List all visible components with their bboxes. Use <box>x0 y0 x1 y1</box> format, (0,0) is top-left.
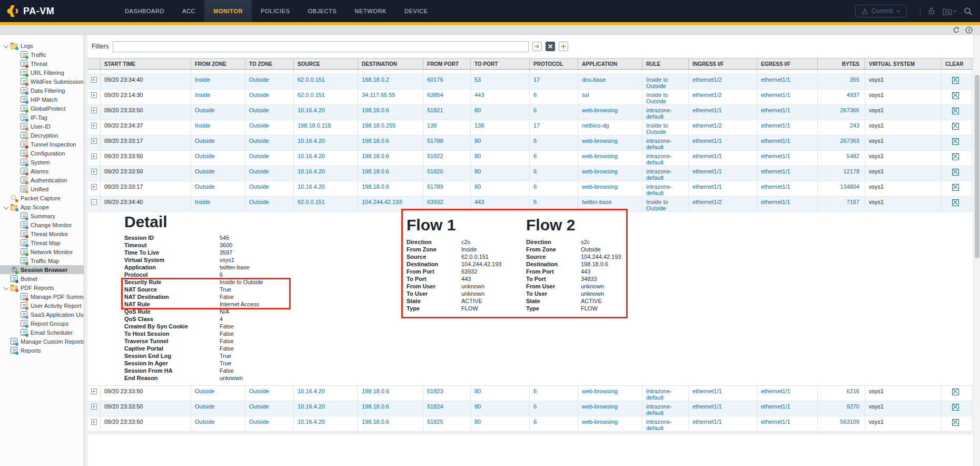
cell-to-port[interactable]: 80 <box>471 151 530 166</box>
cell-application[interactable]: web-browsing <box>578 151 642 166</box>
cell-egress[interactable]: ethernet1/1 <box>757 135 818 150</box>
cell-destination[interactable]: 198.18.0.6 <box>358 135 423 150</box>
cell-bytes[interactable]: 267363 <box>818 135 865 150</box>
sidebar-item-user-id[interactable]: User-ID <box>0 122 84 131</box>
cell-ingress[interactable]: ethernet1/1 <box>689 386 757 401</box>
cell-egress[interactable]: ethernet1/1 <box>757 166 818 181</box>
cell-destination[interactable]: 104.244.42.193 <box>358 197 423 211</box>
config-save-load-button[interactable] <box>943 7 957 15</box>
cell-protocol[interactable]: 17 <box>530 120 578 135</box>
tab-objects[interactable]: OBJECTS <box>299 0 346 22</box>
tab-dashboard[interactable]: DASHBOARD <box>116 0 173 22</box>
sidebar-item-threat-map[interactable]: Threat Map <box>0 238 84 247</box>
cell-source[interactable]: 10.16.4.20 <box>294 151 358 166</box>
cell-to-zone[interactable]: Outside <box>245 416 294 431</box>
sidebar-item-saas-application-usage[interactable]: SaaS Application Usage <box>0 310 84 319</box>
clear-session-icon[interactable] <box>952 184 959 191</box>
cell-to-port[interactable]: 80 <box>471 401 530 416</box>
header-egress[interactable]: EGRESS I/F <box>757 59 818 69</box>
cell-from-port[interactable]: 51789 <box>423 181 471 196</box>
sidebar-item-globalprotect[interactable]: GlobalProtect <box>0 104 84 113</box>
clear-session-icon[interactable] <box>952 404 959 411</box>
cell-bytes[interactable]: 267366 <box>818 105 865 120</box>
expand-row-button[interactable]: + <box>91 404 97 410</box>
cell-source[interactable]: 10.16.4.20 <box>294 386 358 401</box>
header-virtual-system[interactable]: VIRTUAL SYSTEM <box>865 59 942 69</box>
cell-bytes[interactable]: 7167 <box>818 197 865 211</box>
cell-application[interactable]: web-browsing <box>578 166 642 181</box>
header-clear[interactable]: CLEAR <box>942 59 972 69</box>
cell-application[interactable]: web-browsing <box>578 135 642 150</box>
cell-source[interactable]: 10.16.4.20 <box>294 401 358 416</box>
cell-ingress[interactable]: ethernet1/1 <box>689 135 757 150</box>
cell-protocol[interactable]: 17 <box>530 74 578 89</box>
cell-bytes[interactable]: 9270 <box>818 401 865 416</box>
cell-protocol[interactable]: 6 <box>530 135 578 150</box>
header-application[interactable]: APPLICATION <box>578 59 642 69</box>
cell-egress[interactable]: ethernet1/1 <box>757 181 818 196</box>
tab-device[interactable]: DEVICE <box>395 0 437 22</box>
cell-rule[interactable]: intrazone-default <box>642 105 689 120</box>
cell-to-zone[interactable]: Outside <box>245 120 294 135</box>
clear-session-icon[interactable] <box>952 419 959 426</box>
sidebar-item-authentication[interactable]: Authentication <box>0 176 84 185</box>
cell-from-zone[interactable]: Outside <box>191 181 245 196</box>
cell-from-port[interactable]: 51822 <box>423 151 471 166</box>
sidebar-item-botnet[interactable]: Botnet <box>0 274 84 283</box>
help-icon[interactable]: ? <box>965 26 973 34</box>
cell-egress[interactable]: ethernet1/1 <box>757 74 818 89</box>
cell-from-port[interactable]: 51821 <box>423 105 471 120</box>
expand-row-button[interactable]: + <box>91 169 97 174</box>
cell-from-zone[interactable]: Outside <box>191 401 245 416</box>
cell-from-port[interactable]: 138 <box>423 120 471 135</box>
cell-bytes[interactable]: 355 <box>818 74 865 89</box>
cell-rule[interactable]: intrazone-default <box>642 135 689 150</box>
sidebar-item-tunnel-inspection[interactable]: Tunnel Inspection <box>0 140 84 149</box>
chevron-down-icon[interactable] <box>3 284 10 292</box>
cell-from-zone[interactable]: Inside <box>191 74 245 89</box>
cell-source[interactable]: 10.16.4.20 <box>294 166 358 181</box>
cell-application[interactable]: twitter-base <box>578 197 642 211</box>
header-rule[interactable]: RULE <box>642 59 689 69</box>
sidebar-item-alarms[interactable]: Alarms <box>0 167 84 176</box>
cell-protocol[interactable]: 6 <box>530 90 578 104</box>
sidebar-item-manage-custom-reports[interactable]: Manage Custom Reports <box>0 337 84 346</box>
cell-source[interactable]: 10.16.4.20 <box>294 181 358 196</box>
clear-session-icon[interactable] <box>952 153 959 160</box>
cell-application[interactable]: web-browsing <box>578 401 642 416</box>
lock-icon[interactable] <box>927 7 936 15</box>
cell-bytes[interactable]: 563109 <box>818 416 865 431</box>
expand-row-button[interactable]: + <box>91 108 97 113</box>
sidebar-item-traffic[interactable]: Traffic <box>0 50 84 59</box>
sidebar-item-threat-monitor[interactable]: Threat Monitor <box>0 229 84 238</box>
clear-filter-button[interactable] <box>546 42 555 51</box>
sidebar-item-email-scheduler[interactable]: Email Scheduler <box>0 328 84 337</box>
sidebar-item-user-activity-report[interactable]: User Activity Report <box>0 301 84 310</box>
tab-network[interactable]: NETWORK <box>346 0 395 22</box>
cell-to-zone[interactable]: Outside <box>245 151 294 166</box>
cell-bytes[interactable]: 6216 <box>818 386 865 401</box>
header-destination[interactable]: DESTINATION <box>358 59 423 69</box>
cell-bytes[interactable]: 134804 <box>818 181 865 196</box>
cell-ingress[interactable]: ethernet1/1 <box>689 181 757 196</box>
cell-destination[interactable]: 198.18.0.6 <box>358 181 423 196</box>
sidebar-item-reports[interactable]: Reports <box>0 346 84 355</box>
expand-row-button[interactable]: + <box>91 138 97 144</box>
cell-application[interactable]: web-browsing <box>578 105 642 120</box>
add-filter-button[interactable] <box>559 42 568 51</box>
cell-rule[interactable]: intrazone-default <box>642 416 689 431</box>
cell-to-port[interactable]: 80 <box>471 181 530 196</box>
header-from-zone[interactable]: FROM ZONE <box>191 59 245 69</box>
cell-rule[interactable]: intrazone-default <box>642 401 689 416</box>
sidebar-item-session-browser[interactable]: Session Browser <box>0 265 84 274</box>
tab-monitor[interactable]: MONITOR <box>204 0 252 22</box>
cell-protocol[interactable]: 6 <box>530 416 578 431</box>
clear-session-icon[interactable] <box>952 108 959 114</box>
cell-egress[interactable]: ethernet1/1 <box>757 386 818 401</box>
cell-destination[interactable]: 198.18.0.6 <box>358 151 423 166</box>
cell-rule[interactable]: intrazone-default <box>642 166 689 181</box>
cell-to-port[interactable]: 80 <box>471 135 530 150</box>
cell-protocol[interactable]: 6 <box>530 151 578 166</box>
cell-from-port[interactable]: 51825 <box>423 416 471 431</box>
scrollbar-thumb[interactable] <box>975 75 979 258</box>
